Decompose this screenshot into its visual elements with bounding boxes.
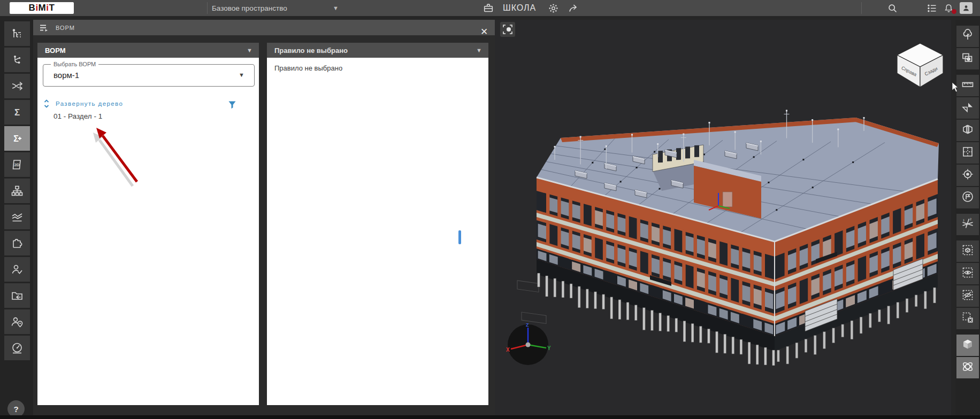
- trend-lines-icon: [11, 211, 24, 223]
- bimit-application-window: BiMiT Базовое пространство ▼ ШКОЛА: [0, 0, 980, 419]
- bimit-logo[interactable]: BiMiT: [10, 2, 74, 14]
- share-icon[interactable]: [566, 1, 580, 15]
- dock-menu-icon[interactable]: [39, 22, 49, 33]
- tool-section-flip-button[interactable]: [956, 97, 979, 119]
- right-toolbar: 12: [955, 20, 980, 419]
- axis-gizmo[interactable]: X Y Z: [504, 322, 552, 369]
- tool-dashboard-button[interactable]: [4, 336, 30, 360]
- vorm-select-field[interactable]: Выбрать ВОРМ ворм-1 ▼: [43, 64, 255, 87]
- tool-environment-button[interactable]: [956, 26, 979, 47]
- tree-item-section-1[interactable]: 01 - Раздел - 1: [53, 112, 102, 120]
- tool-user-approve-button[interactable]: [4, 257, 30, 282]
- tool-locate-button[interactable]: [956, 165, 979, 186]
- building-model[interactable]: [495, 20, 951, 416]
- gauge-icon: [11, 342, 24, 354]
- capture-icon: [961, 51, 974, 66]
- topbar-divider-right: [861, 2, 862, 14]
- gizmo-z-label: Z: [526, 322, 529, 328]
- mouse-cursor: [952, 82, 960, 94]
- tool-analytics-button[interactable]: [4, 205, 30, 229]
- project-title: ШКОЛА: [503, 0, 536, 16]
- gear-icon[interactable]: [546, 1, 560, 15]
- sitemap-icon: [11, 184, 24, 197]
- rule-panel-header[interactable]: Правило не выбрано ▼: [267, 43, 488, 58]
- floorplan-icon: [961, 145, 974, 160]
- tool-floor-plan-button[interactable]: [956, 142, 979, 164]
- user-pin-icon: [11, 315, 24, 328]
- tool-relations-button[interactable]: [4, 48, 30, 72]
- tool-orbit-mode-button[interactable]: [956, 357, 979, 378]
- viewport-focus-button[interactable]: [500, 22, 515, 37]
- tool-shuffle-button[interactable]: [4, 74, 30, 98]
- tool-folder-export-button[interactable]: [4, 283, 30, 308]
- tool-shaded-view-button[interactable]: [956, 335, 979, 356]
- topbar-divider: [207, 2, 208, 14]
- tool-flag-button[interactable]: [956, 187, 979, 208]
- tool-plugins-button[interactable]: [4, 231, 30, 255]
- close-icon[interactable]: ✕: [479, 27, 489, 37]
- notification-badge: [952, 9, 956, 14]
- top-bar: BiMiT Базовое пространство ▼ ШКОЛА: [0, 0, 980, 16]
- tool-clear-selection-button[interactable]: [956, 308, 979, 329]
- eye-off-icon: [961, 289, 974, 304]
- tool-summary-add-button[interactable]: Σ: [4, 126, 30, 151]
- vorm-dock: ВОРМ ✕ ВОРМ ▼ Выбрать ВОРМ ворм-1 ▼ Разв…: [33, 20, 495, 419]
- tool-hide-button[interactable]: [956, 285, 979, 307]
- cross-lines-icon: 12: [961, 217, 974, 232]
- panel-resize-handle[interactable]: [458, 230, 461, 244]
- tool-summary-button[interactable]: Σ: [4, 100, 30, 125]
- vorm-select-value: ворм-1: [53, 71, 79, 80]
- doc-2d-icon: 2D: [11, 158, 24, 171]
- viewport-3d[interactable]: Справа Сзади X Y Z: [495, 20, 951, 416]
- tool-select-similar-button[interactable]: [956, 48, 979, 69]
- search-icon[interactable]: [885, 1, 899, 15]
- flash-icon: [961, 100, 974, 115]
- vorm-panel-header[interactable]: ВОРМ ▼: [37, 43, 259, 58]
- viewfinder-icon: [502, 24, 513, 35]
- view-list-icon[interactable]: [925, 1, 939, 15]
- eye-icon: [961, 266, 974, 281]
- tool-section-box-button[interactable]: [956, 120, 979, 141]
- user-check-icon: [11, 263, 24, 276]
- vorm-select-label: Выбрать ВОРМ: [51, 61, 98, 67]
- account-button[interactable]: [960, 2, 973, 14]
- vorm-panel-title: ВОРМ: [45, 46, 66, 55]
- sigma-icon: Σ: [11, 106, 24, 119]
- chevron-down-icon: ▼: [247, 47, 252, 53]
- svg-text:Σ: Σ: [14, 107, 20, 118]
- gizmo-x-label: X: [506, 347, 510, 353]
- tool-drawings-2d-button[interactable]: 2D: [4, 152, 30, 177]
- tool-model-tree-button[interactable]: [4, 21, 30, 46]
- tool-axes-lines-button[interactable]: 12: [956, 214, 979, 235]
- navigation-cube[interactable]: Справа Сзади: [896, 42, 944, 90]
- tool-structure-button[interactable]: [4, 179, 30, 203]
- unfold-more-icon: [43, 99, 50, 108]
- shuffle-icon: [11, 80, 24, 92]
- person-icon: [962, 4, 970, 12]
- svg-text:2: 2: [970, 218, 971, 221]
- dock-title-bar: ВОРМ: [33, 20, 495, 35]
- left-toolbar: ΣΣ2D ?: [0, 20, 33, 419]
- rule-empty-text: Правило не выбрано: [274, 64, 342, 72]
- tool-user-location-button[interactable]: [4, 309, 30, 334]
- workspace-caret-down-icon[interactable]: ▼: [333, 0, 339, 16]
- tool-show-button[interactable]: [956, 263, 979, 284]
- gizmo-y-label: Y: [547, 345, 551, 351]
- bottom-strip: [0, 415, 980, 419]
- dashed-x-icon: [961, 311, 974, 326]
- briefcase-icon[interactable]: [481, 1, 495, 15]
- annotation-arrow: [37, 58, 259, 405]
- solid-cube-icon: [961, 338, 974, 353]
- svg-text:2D: 2D: [14, 162, 19, 167]
- rule-panel: Правило не выбрано ▼ Правило не выбрано: [267, 43, 488, 405]
- flag-icon: [961, 190, 974, 205]
- vorm-panel: ВОРМ ▼ Выбрать ВОРМ ворм-1 ▼ Развернуть …: [37, 43, 259, 405]
- filter-icon[interactable]: [228, 100, 236, 109]
- chevron-down-icon: ▼: [476, 47, 482, 53]
- orbit-icon: [961, 360, 974, 375]
- expand-tree-link[interactable]: Развернуть дерево: [43, 98, 123, 109]
- workspace-selector[interactable]: Базовое пространство: [212, 0, 287, 16]
- tool-isolate-button[interactable]: [956, 240, 979, 262]
- svg-text:Σ: Σ: [13, 134, 19, 143]
- sigma-plus-icon: Σ: [11, 132, 24, 145]
